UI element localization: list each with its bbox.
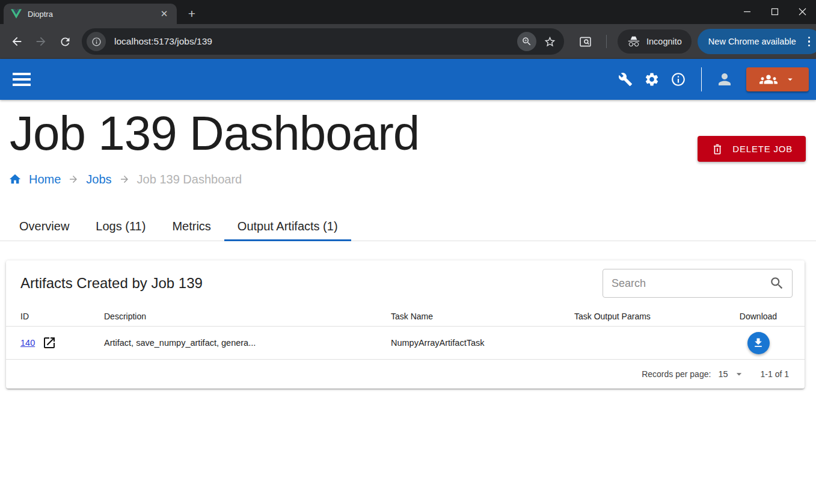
browser-toolbar: localhost:5173/jobs/139 Incognito New Ch… (0, 24, 816, 59)
groups-icon (759, 70, 778, 88)
column-download: Download (734, 312, 782, 321)
artifact-task-name: NumpyArrayArtifactTask (391, 338, 574, 348)
tab-overview[interactable]: Overview (6, 212, 82, 241)
side-search-icon[interactable] (574, 30, 597, 53)
new-tab-button[interactable]: + (183, 5, 201, 23)
url-text: localhost:5173/jobs/139 (114, 36, 517, 47)
arrow-forward-icon (68, 174, 79, 185)
download-button[interactable] (747, 332, 770, 354)
card-title: Artifacts Created by Job 139 (20, 275, 203, 292)
user-button[interactable] (711, 66, 738, 93)
table-header: ID Description Task Name Task Output Par… (6, 306, 805, 327)
gear-icon (644, 72, 660, 87)
tab-metrics[interactable]: Metrics (159, 212, 224, 241)
delete-job-label: DELETE JOB (732, 144, 793, 154)
browser-menu-icon[interactable] (803, 34, 815, 49)
records-per-page-select[interactable]: 15 (718, 368, 744, 380)
tools-button[interactable] (612, 66, 639, 93)
tab-bar: Overview Logs (11) Metrics Output Artifa… (0, 212, 816, 241)
bookmark-star-icon[interactable] (539, 31, 560, 52)
chrome-update-label: New Chrome available (708, 37, 796, 46)
window-maximize-button[interactable] (761, 0, 788, 23)
window-close-button[interactable] (788, 0, 816, 23)
search-box[interactable] (603, 269, 793, 298)
page-content: Job 139 Dashboard DELETE JOB Home Jobs J… (0, 100, 816, 389)
incognito-badge: Incognito (618, 29, 692, 54)
chrome-update-button[interactable]: New Chrome available (698, 29, 816, 54)
search-icon (769, 275, 785, 291)
back-button[interactable] (5, 29, 29, 54)
window-minimize-button[interactable] (733, 0, 761, 23)
browser-titlebar: Dioptra ✕ + (0, 0, 816, 24)
pagination-range: 1-1 of 1 (761, 369, 789, 379)
tab-close-icon[interactable]: ✕ (158, 7, 171, 20)
zoom-icon[interactable] (517, 32, 536, 51)
open-in-new-icon[interactable] (42, 336, 57, 350)
download-icon (752, 337, 764, 349)
reload-button[interactable] (53, 29, 77, 54)
site-info-icon[interactable] (87, 32, 106, 51)
breadcrumb-current: Job 139 Dashboard (137, 173, 242, 186)
search-input[interactable] (612, 277, 769, 290)
arrow-forward-icon (119, 174, 130, 185)
table-row: 140 Artifact, save_numpy_artifact, gener… (6, 327, 805, 360)
forward-button[interactable] (29, 29, 53, 54)
page-title: Job 139 Dashboard (10, 108, 806, 159)
settings-button[interactable] (639, 66, 665, 93)
trash-icon (711, 143, 724, 156)
browser-tab[interactable]: Dioptra ✕ (4, 4, 177, 24)
group-account-button[interactable] (746, 67, 809, 91)
breadcrumb: Home Jobs Job 139 Dashboard (8, 171, 816, 188)
tab-output-artifacts[interactable]: Output Artifacts (1) (224, 212, 351, 241)
tab-logs[interactable]: Logs (11) (82, 212, 159, 241)
tab-title: Dioptra (28, 10, 158, 19)
artifact-description: Artifact, save_numpy_artifact, genera... (104, 338, 391, 348)
info-button[interactable] (665, 66, 692, 93)
records-per-page-label: Records per page: (642, 369, 711, 379)
records-per-page-value[interactable]: 15 (718, 369, 728, 379)
column-description: Description (104, 312, 391, 321)
appbar-divider (701, 67, 702, 91)
breadcrumb-home-link[interactable]: Home (29, 173, 61, 186)
incognito-label: Incognito (646, 37, 682, 46)
chevron-down-icon (785, 74, 796, 85)
column-id: ID (20, 312, 104, 321)
dropdown-caret-icon[interactable] (733, 368, 745, 380)
vue-favicon-icon (11, 9, 22, 19)
incognito-icon (627, 35, 640, 48)
column-task-output-params: Task Output Params (574, 312, 734, 321)
menu-icon[interactable] (8, 66, 35, 93)
person-icon (716, 70, 734, 88)
toolbar-divider (606, 35, 607, 48)
artifact-id-link[interactable]: 140 (20, 338, 35, 348)
wrench-icon (618, 72, 633, 87)
table-footer: Records per page: 15 1-1 of 1 (6, 360, 805, 389)
delete-job-button[interactable]: DELETE JOB (698, 136, 806, 162)
breadcrumb-jobs-link[interactable]: Jobs (86, 173, 111, 186)
info-icon (670, 72, 686, 87)
column-task-name: Task Name (391, 312, 574, 321)
artifacts-card: Artifacts Created by Job 139 ID Descript… (6, 260, 805, 389)
address-bar[interactable]: localhost:5173/jobs/139 (82, 28, 564, 55)
app-bar (0, 59, 816, 100)
home-icon[interactable] (8, 173, 22, 186)
